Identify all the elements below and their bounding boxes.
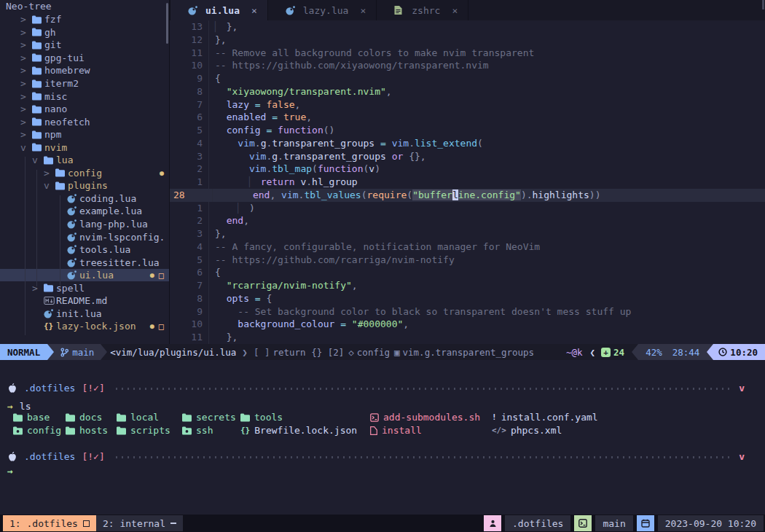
clock-segment: 10:20 [713,344,765,360]
gutter-separator [208,150,215,163]
file-entry-tools: tools [240,412,283,423]
code-text: "rcarriga/nvim-notify", [215,279,358,292]
line-number: 3 [170,150,208,163]
folder-icon [44,283,56,292]
code-token: { [215,73,221,84]
gutter-separator [208,279,215,292]
prompt-dotted-rule [114,456,731,458]
code-token: function [278,125,323,136]
prompt-dotted-rule [114,388,731,390]
tree-item-git[interactable]: >git [0,39,169,52]
code-token: = [380,138,386,149]
tree-item-nvim[interactable]: vnvim [0,141,169,154]
ls-output-row: confighostsscriptsssh{}Brewfile.lock.jso… [0,425,765,438]
tree-item-nano[interactable]: >nano [0,103,169,116]
xml-icon: </> [492,426,506,435]
code-token: transparent_groups [272,138,374,149]
prompt-right-flag: v [739,451,758,462]
code-line: 9{ [170,72,765,85]
file-entry-label: tools [254,412,283,423]
sidebar-scrollbar[interactable] [166,3,168,44]
tab-lazy.lua[interactable]: lazy.lua× [268,0,377,20]
tree-item-gpg-tui[interactable]: >gpg-tui [0,52,169,65]
tab-label: ui.lua [205,5,240,16]
array-icon: [ ] [254,347,270,358]
tree-item-label: ui.lua [79,270,114,281]
line-number: 7 [170,279,208,292]
code-token: , [243,215,249,226]
tree-item-gh[interactable]: >gh [0,26,169,39]
breadcrumb-segment: ◇config [348,347,394,358]
code-token: ine.config" [458,189,521,200]
gutter-separator [208,266,215,279]
yaml-icon: ! [492,412,497,422]
code-line: 9 -- Set background color to black so tr… [170,305,765,318]
code-token: )) [589,189,601,200]
code-token: = [255,293,261,304]
line-number: 8 [170,292,208,305]
editor-scrollbar[interactable] [762,0,764,9]
line-number: 10 [170,318,208,331]
chevron-right-icon: > [20,65,32,76]
tree-item-label: git [44,39,61,50]
close-icon[interactable]: × [452,5,458,16]
git-branch-segment: main [54,344,101,360]
file-entry-install: install [370,425,422,436]
tree-item-label: nano [44,103,67,114]
tab-ui.lua[interactable]: ui.lua× [170,0,268,20]
lua-file-icon [286,6,298,15]
chevron-right-icon: > [32,283,44,294]
chevron-right-icon: > [20,78,32,89]
tree-item-label: README.md [56,295,107,306]
tree-item-label: iterm2 [44,78,79,89]
tree-item-homebrew[interactable]: >homebrew [0,64,169,77]
tree-item-neofetch[interactable]: >neofetch [0,115,169,128]
code-token: "xiyaowong/transparent.nvim" [227,86,386,97]
apple-icon [7,451,17,462]
breadcrumb-separator: ❯ [242,344,254,360]
tree-item-fzf[interactable]: >fzf [0,13,169,26]
code-text: -- Set background color to black so tran… [215,305,631,318]
code-text: end, vim.tbl_values(require("bufferline.… [219,189,600,202]
line-number: 4 [170,240,208,254]
tree-item-misc[interactable]: >misc [0,90,169,103]
apple-icon [7,383,17,394]
file-entry-local: local [117,412,159,423]
tmux-window-2-internal[interactable]: 2: internal [96,515,183,531]
line-number: 1 [170,202,208,215]
line-number: 10 [170,59,208,72]
chevron-right-icon: > [20,103,32,114]
file-entry-Brewfile.lock.json: {}Brewfile.lock.json [240,425,357,436]
line-number: 28 [170,189,212,202]
code-token: vim [392,138,409,149]
tmux-window-1-dotfiles[interactable]: 1: .dotfiles [3,515,96,531]
tree-item-label: config [68,168,102,179]
file-entry-scripts: scripts [117,425,170,436]
prompt-git-status: [!✓] [75,451,104,462]
line-number: 7 [170,98,208,112]
code-token: -- https://github.com/xiyaowong/transpar… [215,60,489,71]
code-token: return [261,176,295,187]
gutter-separator [208,318,215,331]
powerline-separator [101,344,107,360]
code-buffer[interactable]: 13▏ },12},11-- Remove all background col… [170,20,765,344]
code-line: 28 end, vim.tbl_values(require("bufferli… [170,189,765,202]
shell-prompt-line: .dotfiles [!✓] v [0,383,765,394]
command-input-line[interactable]: → [0,466,765,477]
close-icon[interactable]: × [360,5,366,16]
code-text: }, [215,227,227,240]
close-icon[interactable]: × [251,5,257,16]
tree-item-iterm2[interactable]: >iterm2 [0,77,169,90]
file-entry-install.conf.yaml: !install.conf.yaml [492,412,598,423]
tab-zshrc[interactable]: zshrc× [377,0,468,20]
window-pane-icon [83,520,90,527]
code-text: -- https://github.com/xiyaowong/transpar… [215,59,489,72]
tree-item-npm[interactable]: >npm [0,128,169,141]
shell-pane: .dotfiles [!✓] v → ls basedocslocalsecre… [0,360,765,515]
tree-item-label: neofetch [44,117,90,128]
json-icon: {} [44,321,56,331]
tree-item-label: plugins [68,180,108,191]
code-token [386,138,392,149]
code-line: 3}, [170,227,765,240]
code-token [403,151,409,162]
